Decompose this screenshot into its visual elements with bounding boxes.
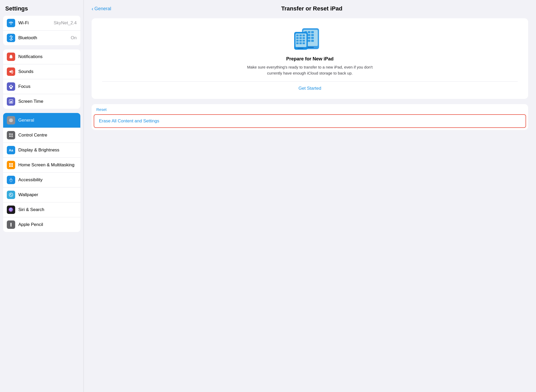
svg-rect-14	[11, 165, 13, 167]
bluetooth-icon	[7, 34, 15, 42]
bluetooth-value: On	[71, 35, 77, 41]
general-icon	[7, 116, 15, 124]
svg-rect-49	[296, 37, 299, 39]
svg-line-0	[9, 36, 11, 37]
wallpaper-label: Wallpaper	[18, 192, 77, 197]
accessibility-icon	[7, 176, 15, 184]
focus-label: Focus	[18, 84, 77, 89]
svg-point-9	[9, 136, 11, 137]
get-started-button[interactable]: Get Started	[299, 86, 321, 91]
svg-rect-58	[298, 48, 303, 49]
home-screen-icon	[7, 161, 15, 169]
settings-group: General Control Centre Aa Display & Brig…	[3, 113, 80, 232]
svg-rect-36	[308, 34, 310, 36]
svg-line-17	[12, 180, 12, 181]
display-brightness-label: Display & Brightness	[18, 147, 77, 153]
svg-rect-33	[308, 31, 310, 33]
sidebar-item-screen-time[interactable]: Screen Time	[3, 94, 80, 109]
ipad-devices-illustration	[293, 26, 327, 51]
panel-content: Prepare for New iPad Make sure everythin…	[84, 16, 536, 392]
svg-point-8	[12, 134, 13, 135]
svg-rect-28	[11, 223, 12, 223]
focus-icon	[7, 82, 15, 91]
wifi-label: Wi-Fi	[18, 20, 51, 26]
sounds-icon	[7, 67, 15, 76]
sidebar-spacer	[0, 236, 83, 288]
svg-rect-53	[299, 40, 302, 42]
sidebar-item-general[interactable]: General	[3, 113, 80, 128]
screen-time-label: Screen Time	[18, 99, 77, 104]
panel-header: ‹ General Transfer or Reset iPad	[84, 0, 536, 16]
svg-point-10	[12, 136, 13, 137]
panel-title: Transfer or Reset iPad	[116, 5, 507, 12]
control-centre-label: Control Centre	[18, 133, 77, 138]
control-centre-icon	[7, 131, 15, 139]
sidebar-item-sounds[interactable]: Sounds	[3, 64, 80, 79]
settings-sidebar: Settings Wi-Fi SkyNet_2.4	[0, 0, 84, 392]
display-brightness-icon: Aa	[7, 146, 15, 154]
svg-rect-34	[311, 31, 314, 33]
svg-point-21	[12, 194, 12, 194]
erase-all-content-button[interactable]: Erase All Content and Settings	[94, 114, 526, 128]
svg-rect-46	[296, 35, 299, 36]
svg-rect-47	[299, 35, 302, 36]
wifi-value: SkyNet_2.4	[54, 20, 77, 26]
prepare-card-title: Prepare for New iPad	[286, 56, 333, 62]
svg-rect-52	[296, 40, 299, 42]
accessibility-label: Accessibility	[18, 177, 77, 183]
svg-point-15	[11, 178, 12, 179]
svg-rect-26	[10, 223, 12, 226]
siri-icon	[7, 206, 15, 214]
svg-rect-3	[10, 101, 11, 103]
sidebar-item-bluetooth[interactable]: Bluetooth On	[3, 31, 80, 45]
svg-rect-48	[303, 35, 305, 36]
back-button[interactable]: ‹ General	[92, 6, 111, 12]
svg-line-16	[10, 180, 10, 181]
sounds-label: Sounds	[18, 69, 77, 74]
chevron-left-icon: ‹	[92, 6, 93, 11]
svg-rect-13	[9, 165, 11, 167]
sidebar-item-accessibility[interactable]: Accessibility	[3, 173, 80, 188]
svg-rect-55	[296, 42, 299, 44]
siri-label: Siri & Search	[18, 207, 77, 212]
bluetooth-label: Bluetooth	[18, 35, 68, 41]
svg-rect-56	[299, 42, 302, 44]
svg-rect-31	[307, 47, 314, 48]
sidebar-item-siri[interactable]: Siri & Search	[3, 202, 80, 217]
reset-section: Reset Erase All Content and Settings	[92, 104, 528, 130]
sidebar-title: Settings	[0, 0, 83, 16]
prepare-card: Prepare for New iPad Make sure everythin…	[92, 18, 528, 99]
sidebar-item-display-brightness[interactable]: Aa Display & Brightness	[3, 143, 80, 158]
svg-rect-40	[311, 37, 314, 39]
wifi-icon	[7, 19, 15, 27]
svg-rect-37	[311, 34, 314, 36]
notifications-icon	[7, 53, 15, 61]
sidebar-item-pencil[interactable]: Apple Pencil	[3, 217, 80, 232]
svg-rect-42	[308, 40, 310, 42]
sidebar-item-wifi[interactable]: Wi-Fi SkyNet_2.4	[3, 16, 80, 31]
svg-rect-39	[308, 37, 310, 39]
svg-point-18	[9, 193, 13, 197]
svg-rect-11	[9, 163, 11, 165]
svg-point-22	[10, 195, 10, 196]
svg-rect-50	[299, 37, 302, 39]
main-panel: ‹ General Transfer or Reset iPad	[84, 0, 536, 392]
general-label: General	[18, 118, 77, 123]
sidebar-item-home-screen[interactable]: Home Screen & Multitasking	[3, 158, 80, 173]
svg-rect-57	[303, 42, 305, 44]
card-divider	[102, 81, 518, 82]
reset-header: Reset	[92, 104, 528, 113]
pencil-icon	[7, 220, 15, 229]
svg-rect-5	[12, 101, 12, 103]
pencil-label: Apple Pencil	[18, 222, 77, 227]
wallpaper-icon	[7, 191, 15, 199]
sidebar-item-control-centre[interactable]: Control Centre	[3, 128, 80, 143]
prepare-icon-area	[293, 26, 327, 52]
svg-rect-51	[303, 37, 305, 39]
notifications-label: Notifications	[18, 54, 77, 59]
sidebar-item-wallpaper[interactable]: Wallpaper	[3, 188, 80, 202]
sidebar-item-focus[interactable]: Focus	[3, 79, 80, 94]
sidebar-item-notifications[interactable]: Notifications	[3, 49, 80, 64]
prepare-card-description: Make sure everything's ready to transfer…	[244, 64, 375, 76]
svg-point-20	[11, 195, 12, 196]
